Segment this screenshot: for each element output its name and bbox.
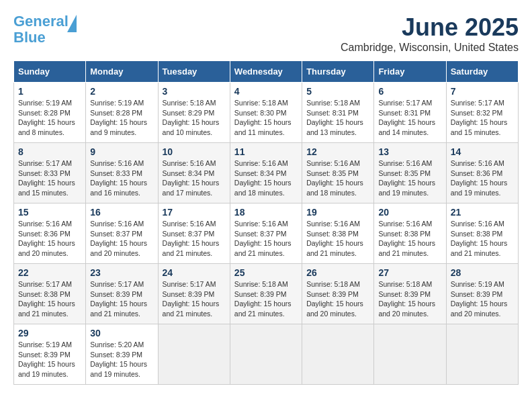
day-info: Sunrise: 5:18 AMSunset: 8:39 PMDaylight:… [378, 279, 441, 319]
day-info: Sunrise: 5:16 AMSunset: 8:37 PMDaylight:… [163, 219, 226, 259]
day-info: Sunrise: 5:19 AMSunset: 8:28 PMDaylight:… [18, 98, 81, 138]
day-info: Sunrise: 5:18 AMSunset: 8:39 PMDaylight:… [306, 279, 369, 319]
day-number: 7 [451, 86, 514, 97]
day-number: 15 [18, 207, 81, 218]
day-info: Sunrise: 5:16 AMSunset: 8:34 PMDaylight:… [234, 158, 298, 198]
calendar-cell: 8Sunrise: 5:17 AMSunset: 8:33 PMDaylight… [14, 143, 86, 203]
calendar-cell: 17Sunrise: 5:16 AMSunset: 8:37 PMDayligh… [158, 203, 230, 264]
calendar-week-row: 29Sunrise: 5:19 AMSunset: 8:39 PMDayligh… [14, 324, 519, 385]
day-number: 30 [90, 328, 153, 338]
day-info: Sunrise: 5:18 AMSunset: 8:30 PMDaylight:… [234, 98, 298, 138]
calendar-cell: 26Sunrise: 5:18 AMSunset: 8:39 PMDayligh… [302, 264, 374, 324]
calendar-cell: 11Sunrise: 5:16 AMSunset: 8:34 PMDayligh… [230, 143, 302, 203]
day-info: Sunrise: 5:16 AMSunset: 8:38 PMDaylight:… [451, 219, 514, 259]
calendar-cell: 5Sunrise: 5:18 AMSunset: 8:31 PMDaylight… [302, 83, 374, 143]
weekday-header-monday: Monday [86, 61, 158, 83]
calendar-cell: 12Sunrise: 5:16 AMSunset: 8:35 PMDayligh… [302, 143, 374, 203]
weekday-header-row: SundayMondayTuesdayWednesdayThursdayFrid… [14, 61, 519, 83]
calendar-cell: 25Sunrise: 5:18 AMSunset: 8:39 PMDayligh… [230, 264, 302, 324]
day-info: Sunrise: 5:19 AMSunset: 8:39 PMDaylight:… [451, 279, 514, 319]
day-number: 27 [378, 267, 441, 278]
weekday-header-sunday: Sunday [14, 61, 86, 83]
day-number: 21 [451, 207, 514, 218]
calendar-cell [446, 324, 518, 385]
title-area: June 2025 Cambridge, Wisconsin, United S… [341, 13, 519, 54]
weekday-header-thursday: Thursday [302, 61, 374, 83]
day-info: Sunrise: 5:17 AMSunset: 8:39 PMDaylight:… [163, 279, 226, 319]
day-info: Sunrise: 5:17 AMSunset: 8:33 PMDaylight:… [18, 158, 81, 198]
calendar-cell [158, 324, 230, 385]
calendar-cell: 22Sunrise: 5:17 AMSunset: 8:38 PMDayligh… [14, 264, 86, 324]
header: General Blue June 2025 Cambridge, Wiscon… [13, 13, 519, 54]
location-title: Cambridge, Wisconsin, United States [341, 42, 519, 54]
day-info: Sunrise: 5:18 AMSunset: 8:39 PMDaylight:… [234, 279, 298, 319]
logo: General Blue [13, 13, 77, 46]
calendar-cell: 1Sunrise: 5:19 AMSunset: 8:28 PMDaylight… [14, 83, 86, 143]
calendar-cell: 18Sunrise: 5:16 AMSunset: 8:37 PMDayligh… [230, 203, 302, 264]
calendar-cell: 13Sunrise: 5:16 AMSunset: 8:35 PMDayligh… [374, 143, 446, 203]
day-number: 23 [90, 267, 153, 278]
day-number: 26 [306, 267, 369, 278]
day-number: 19 [306, 207, 369, 218]
day-info: Sunrise: 5:20 AMSunset: 8:39 PMDaylight:… [90, 340, 153, 379]
calendar-cell: 7Sunrise: 5:17 AMSunset: 8:32 PMDaylight… [446, 83, 518, 143]
calendar-week-row: 22Sunrise: 5:17 AMSunset: 8:38 PMDayligh… [14, 264, 519, 324]
day-number: 11 [234, 146, 298, 157]
calendar-week-row: 8Sunrise: 5:17 AMSunset: 8:33 PMDaylight… [14, 143, 519, 203]
day-number: 28 [451, 267, 514, 278]
weekday-header-saturday: Saturday [446, 61, 518, 83]
calendar-cell: 20Sunrise: 5:16 AMSunset: 8:38 PMDayligh… [374, 203, 446, 264]
day-info: Sunrise: 5:16 AMSunset: 8:38 PMDaylight:… [306, 219, 369, 259]
day-info: Sunrise: 5:19 AMSunset: 8:28 PMDaylight:… [90, 98, 153, 138]
calendar-cell: 16Sunrise: 5:16 AMSunset: 8:37 PMDayligh… [86, 203, 158, 264]
weekday-header-tuesday: Tuesday [158, 61, 230, 83]
weekday-header-friday: Friday [374, 61, 446, 83]
calendar-cell: 9Sunrise: 5:16 AMSunset: 8:33 PMDaylight… [86, 143, 158, 203]
logo-text2: Blue [13, 29, 46, 46]
day-number: 5 [306, 86, 369, 97]
logo-text: General [13, 13, 69, 30]
calendar-cell: 29Sunrise: 5:19 AMSunset: 8:39 PMDayligh… [14, 324, 86, 385]
day-number: 25 [234, 267, 298, 278]
day-info: Sunrise: 5:16 AMSunset: 8:36 PMDaylight:… [18, 219, 81, 259]
day-number: 20 [378, 207, 441, 218]
day-number: 22 [18, 267, 81, 278]
calendar-cell: 28Sunrise: 5:19 AMSunset: 8:39 PMDayligh… [446, 264, 518, 324]
calendar-cell [230, 324, 302, 385]
day-info: Sunrise: 5:17 AMSunset: 8:31 PMDaylight:… [378, 98, 441, 138]
day-info: Sunrise: 5:17 AMSunset: 8:32 PMDaylight:… [451, 98, 514, 138]
calendar-cell: 2Sunrise: 5:19 AMSunset: 8:28 PMDaylight… [86, 83, 158, 143]
day-number: 9 [90, 146, 153, 157]
calendar-cell: 19Sunrise: 5:16 AMSunset: 8:38 PMDayligh… [302, 203, 374, 264]
day-info: Sunrise: 5:16 AMSunset: 8:35 PMDaylight:… [378, 158, 441, 198]
calendar-cell: 27Sunrise: 5:18 AMSunset: 8:39 PMDayligh… [374, 264, 446, 324]
day-info: Sunrise: 5:18 AMSunset: 8:29 PMDaylight:… [163, 98, 226, 138]
day-number: 24 [163, 267, 226, 278]
calendar-cell: 30Sunrise: 5:20 AMSunset: 8:39 PMDayligh… [86, 324, 158, 385]
calendar-cell: 4Sunrise: 5:18 AMSunset: 8:30 PMDaylight… [230, 83, 302, 143]
day-number: 17 [163, 207, 226, 218]
day-info: Sunrise: 5:16 AMSunset: 8:37 PMDaylight:… [90, 219, 153, 259]
day-info: Sunrise: 5:17 AMSunset: 8:39 PMDaylight:… [90, 279, 153, 319]
calendar-cell [374, 324, 446, 385]
calendar-cell: 14Sunrise: 5:16 AMSunset: 8:36 PMDayligh… [446, 143, 518, 203]
calendar-cell: 6Sunrise: 5:17 AMSunset: 8:31 PMDaylight… [374, 83, 446, 143]
calendar-table: SundayMondayTuesdayWednesdayThursdayFrid… [13, 60, 519, 385]
day-number: 4 [234, 86, 298, 97]
calendar-cell: 15Sunrise: 5:16 AMSunset: 8:36 PMDayligh… [14, 203, 86, 264]
day-info: Sunrise: 5:16 AMSunset: 8:34 PMDaylight:… [163, 158, 226, 198]
day-number: 14 [451, 146, 514, 157]
day-info: Sunrise: 5:16 AMSunset: 8:36 PMDaylight:… [451, 158, 514, 198]
calendar-cell: 10Sunrise: 5:16 AMSunset: 8:34 PMDayligh… [158, 143, 230, 203]
day-number: 10 [163, 146, 226, 157]
calendar-cell: 21Sunrise: 5:16 AMSunset: 8:38 PMDayligh… [446, 203, 518, 264]
day-number: 8 [18, 146, 81, 157]
day-number: 3 [163, 86, 226, 97]
day-info: Sunrise: 5:18 AMSunset: 8:31 PMDaylight:… [306, 98, 369, 138]
day-info: Sunrise: 5:17 AMSunset: 8:38 PMDaylight:… [18, 279, 81, 319]
day-number: 18 [234, 207, 298, 218]
day-number: 13 [378, 146, 441, 157]
calendar-cell [302, 324, 374, 385]
month-title: June 2025 [341, 13, 519, 42]
day-number: 1 [18, 86, 81, 97]
